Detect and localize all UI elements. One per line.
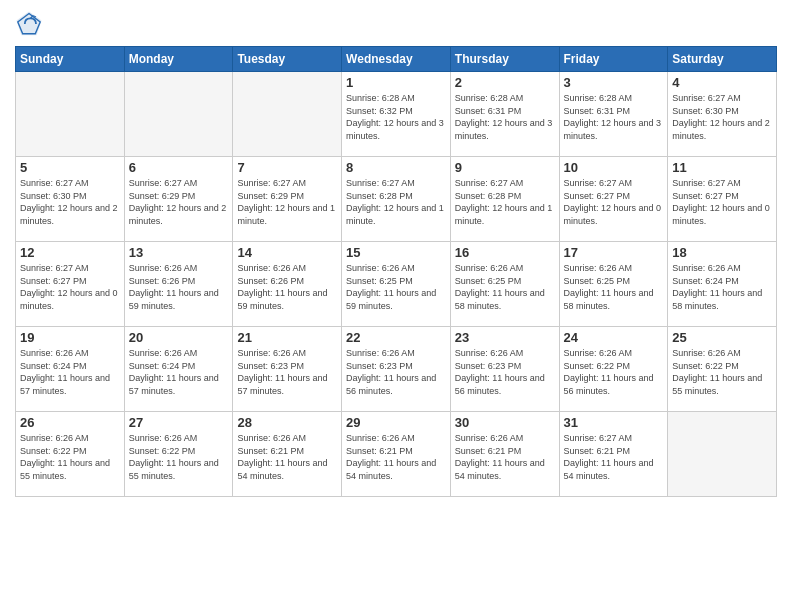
calendar-table: SundayMondayTuesdayWednesdayThursdayFrid… xyxy=(15,46,777,497)
calendar-cell: 13Sunrise: 6:26 AM Sunset: 6:26 PM Dayli… xyxy=(124,242,233,327)
calendar-cell: 10Sunrise: 6:27 AM Sunset: 6:27 PM Dayli… xyxy=(559,157,668,242)
calendar-cell: 1Sunrise: 6:28 AM Sunset: 6:32 PM Daylig… xyxy=(342,72,451,157)
calendar-cell: 14Sunrise: 6:26 AM Sunset: 6:26 PM Dayli… xyxy=(233,242,342,327)
day-number: 18 xyxy=(672,245,772,260)
day-number: 17 xyxy=(564,245,664,260)
day-number: 5 xyxy=(20,160,120,175)
day-info: Sunrise: 6:28 AM Sunset: 6:31 PM Dayligh… xyxy=(564,92,664,142)
day-number: 29 xyxy=(346,415,446,430)
day-number: 24 xyxy=(564,330,664,345)
day-number: 27 xyxy=(129,415,229,430)
calendar-week-row: 19Sunrise: 6:26 AM Sunset: 6:24 PM Dayli… xyxy=(16,327,777,412)
day-info: Sunrise: 6:27 AM Sunset: 6:29 PM Dayligh… xyxy=(129,177,229,227)
day-number: 25 xyxy=(672,330,772,345)
day-info: Sunrise: 6:26 AM Sunset: 6:22 PM Dayligh… xyxy=(129,432,229,482)
day-number: 1 xyxy=(346,75,446,90)
day-info: Sunrise: 6:26 AM Sunset: 6:22 PM Dayligh… xyxy=(20,432,120,482)
day-number: 2 xyxy=(455,75,555,90)
day-number: 4 xyxy=(672,75,772,90)
calendar-week-row: 1Sunrise: 6:28 AM Sunset: 6:32 PM Daylig… xyxy=(16,72,777,157)
calendar-cell: 26Sunrise: 6:26 AM Sunset: 6:22 PM Dayli… xyxy=(16,412,125,497)
weekday-header: Thursday xyxy=(450,47,559,72)
day-info: Sunrise: 6:27 AM Sunset: 6:27 PM Dayligh… xyxy=(20,262,120,312)
calendar-cell: 8Sunrise: 6:27 AM Sunset: 6:28 PM Daylig… xyxy=(342,157,451,242)
day-number: 15 xyxy=(346,245,446,260)
day-info: Sunrise: 6:27 AM Sunset: 6:27 PM Dayligh… xyxy=(564,177,664,227)
day-info: Sunrise: 6:27 AM Sunset: 6:30 PM Dayligh… xyxy=(20,177,120,227)
day-info: Sunrise: 6:27 AM Sunset: 6:29 PM Dayligh… xyxy=(237,177,337,227)
calendar-cell: 4Sunrise: 6:27 AM Sunset: 6:30 PM Daylig… xyxy=(668,72,777,157)
day-info: Sunrise: 6:26 AM Sunset: 6:26 PM Dayligh… xyxy=(129,262,229,312)
day-info: Sunrise: 6:26 AM Sunset: 6:22 PM Dayligh… xyxy=(564,347,664,397)
day-info: Sunrise: 6:26 AM Sunset: 6:24 PM Dayligh… xyxy=(672,262,772,312)
day-number: 22 xyxy=(346,330,446,345)
day-info: Sunrise: 6:26 AM Sunset: 6:23 PM Dayligh… xyxy=(455,347,555,397)
day-info: Sunrise: 6:26 AM Sunset: 6:24 PM Dayligh… xyxy=(20,347,120,397)
calendar-cell: 3Sunrise: 6:28 AM Sunset: 6:31 PM Daylig… xyxy=(559,72,668,157)
weekday-header: Wednesday xyxy=(342,47,451,72)
day-number: 7 xyxy=(237,160,337,175)
day-number: 21 xyxy=(237,330,337,345)
day-info: Sunrise: 6:26 AM Sunset: 6:23 PM Dayligh… xyxy=(237,347,337,397)
calendar-cell: 20Sunrise: 6:26 AM Sunset: 6:24 PM Dayli… xyxy=(124,327,233,412)
day-info: Sunrise: 6:27 AM Sunset: 6:27 PM Dayligh… xyxy=(672,177,772,227)
weekday-header: Tuesday xyxy=(233,47,342,72)
calendar-cell: 30Sunrise: 6:26 AM Sunset: 6:21 PM Dayli… xyxy=(450,412,559,497)
day-info: Sunrise: 6:26 AM Sunset: 6:25 PM Dayligh… xyxy=(564,262,664,312)
day-number: 23 xyxy=(455,330,555,345)
day-number: 26 xyxy=(20,415,120,430)
day-number: 9 xyxy=(455,160,555,175)
calendar-cell xyxy=(233,72,342,157)
calendar-cell: 21Sunrise: 6:26 AM Sunset: 6:23 PM Dayli… xyxy=(233,327,342,412)
calendar-cell: 2Sunrise: 6:28 AM Sunset: 6:31 PM Daylig… xyxy=(450,72,559,157)
day-info: Sunrise: 6:26 AM Sunset: 6:25 PM Dayligh… xyxy=(346,262,446,312)
day-number: 20 xyxy=(129,330,229,345)
page: SundayMondayTuesdayWednesdayThursdayFrid… xyxy=(0,0,792,612)
calendar-cell: 22Sunrise: 6:26 AM Sunset: 6:23 PM Dayli… xyxy=(342,327,451,412)
calendar-cell: 7Sunrise: 6:27 AM Sunset: 6:29 PM Daylig… xyxy=(233,157,342,242)
calendar-cell: 29Sunrise: 6:26 AM Sunset: 6:21 PM Dayli… xyxy=(342,412,451,497)
day-number: 28 xyxy=(237,415,337,430)
day-info: Sunrise: 6:26 AM Sunset: 6:25 PM Dayligh… xyxy=(455,262,555,312)
weekday-header: Sunday xyxy=(16,47,125,72)
calendar-cell: 18Sunrise: 6:26 AM Sunset: 6:24 PM Dayli… xyxy=(668,242,777,327)
day-info: Sunrise: 6:27 AM Sunset: 6:21 PM Dayligh… xyxy=(564,432,664,482)
logo xyxy=(15,10,47,38)
calendar-cell: 19Sunrise: 6:26 AM Sunset: 6:24 PM Dayli… xyxy=(16,327,125,412)
calendar-cell: 11Sunrise: 6:27 AM Sunset: 6:27 PM Dayli… xyxy=(668,157,777,242)
calendar-cell xyxy=(16,72,125,157)
day-number: 10 xyxy=(564,160,664,175)
day-number: 13 xyxy=(129,245,229,260)
day-number: 14 xyxy=(237,245,337,260)
day-number: 6 xyxy=(129,160,229,175)
svg-marker-0 xyxy=(16,11,41,35)
header xyxy=(15,10,777,38)
day-info: Sunrise: 6:26 AM Sunset: 6:22 PM Dayligh… xyxy=(672,347,772,397)
day-info: Sunrise: 6:27 AM Sunset: 6:30 PM Dayligh… xyxy=(672,92,772,142)
calendar-week-row: 12Sunrise: 6:27 AM Sunset: 6:27 PM Dayli… xyxy=(16,242,777,327)
calendar-cell: 17Sunrise: 6:26 AM Sunset: 6:25 PM Dayli… xyxy=(559,242,668,327)
day-number: 31 xyxy=(564,415,664,430)
calendar-cell xyxy=(668,412,777,497)
day-info: Sunrise: 6:26 AM Sunset: 6:21 PM Dayligh… xyxy=(455,432,555,482)
day-number: 16 xyxy=(455,245,555,260)
calendar-cell: 16Sunrise: 6:26 AM Sunset: 6:25 PM Dayli… xyxy=(450,242,559,327)
day-number: 8 xyxy=(346,160,446,175)
calendar-cell: 12Sunrise: 6:27 AM Sunset: 6:27 PM Dayli… xyxy=(16,242,125,327)
weekday-header: Friday xyxy=(559,47,668,72)
calendar-cell: 27Sunrise: 6:26 AM Sunset: 6:22 PM Dayli… xyxy=(124,412,233,497)
calendar-cell xyxy=(124,72,233,157)
day-number: 3 xyxy=(564,75,664,90)
calendar-week-row: 26Sunrise: 6:26 AM Sunset: 6:22 PM Dayli… xyxy=(16,412,777,497)
day-number: 11 xyxy=(672,160,772,175)
calendar-cell: 28Sunrise: 6:26 AM Sunset: 6:21 PM Dayli… xyxy=(233,412,342,497)
weekday-row: SundayMondayTuesdayWednesdayThursdayFrid… xyxy=(16,47,777,72)
calendar-body: 1Sunrise: 6:28 AM Sunset: 6:32 PM Daylig… xyxy=(16,72,777,497)
logo-icon xyxy=(15,10,43,38)
day-info: Sunrise: 6:26 AM Sunset: 6:24 PM Dayligh… xyxy=(129,347,229,397)
calendar-header: SundayMondayTuesdayWednesdayThursdayFrid… xyxy=(16,47,777,72)
day-info: Sunrise: 6:27 AM Sunset: 6:28 PM Dayligh… xyxy=(455,177,555,227)
weekday-header: Saturday xyxy=(668,47,777,72)
calendar-week-row: 5Sunrise: 6:27 AM Sunset: 6:30 PM Daylig… xyxy=(16,157,777,242)
day-info: Sunrise: 6:26 AM Sunset: 6:26 PM Dayligh… xyxy=(237,262,337,312)
